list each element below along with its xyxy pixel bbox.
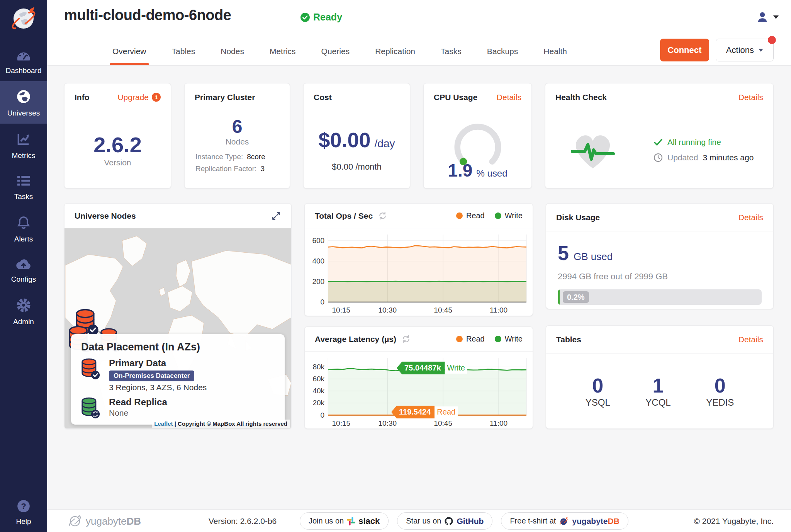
- tab-health[interactable]: Health: [543, 43, 568, 65]
- leaflet-link[interactable]: Leaflet: [154, 420, 173, 427]
- cost-per-month: $0.00 /month: [332, 162, 381, 172]
- sidebar-item-label: Alerts: [0, 235, 47, 243]
- data-placement-panel: Data Placement (In AZs) Primary Data On-…: [71, 334, 285, 425]
- help-icon: ?: [16, 508, 31, 515]
- github-prefix: Star us on: [406, 517, 441, 525]
- attribution-text: | Copyright © MapBox All rights reserved: [175, 420, 287, 427]
- cost-card: Cost $0.00 /day $0.00 /month: [303, 83, 410, 189]
- tab-overview[interactable]: Overview: [112, 43, 147, 65]
- row-label: Replication Factor:: [195, 165, 256, 173]
- check-icon: [654, 138, 663, 146]
- row-value: 8core: [247, 153, 265, 161]
- svg-text:600: 600: [312, 236, 324, 245]
- tshirt-button[interactable]: Free t-shirt at yugabyteDB: [501, 512, 628, 530]
- tab-replication[interactable]: Replication: [374, 43, 416, 65]
- tab-bar: Overview Tables Nodes Metrics Queries Re…: [112, 43, 568, 65]
- tab-backups[interactable]: Backups: [486, 43, 519, 65]
- health-status-text: All running fine: [667, 138, 721, 147]
- footer-version: Version: 2.6.2.0-b6: [209, 517, 277, 526]
- tab-queries[interactable]: Queries: [321, 43, 351, 65]
- tshirt-brand: yugabyte: [572, 517, 608, 525]
- world-map[interactable]: Data Placement (In AZs) Primary Data On-…: [65, 228, 291, 428]
- heartbeat-icon: [569, 128, 616, 172]
- svg-text:200: 200: [312, 277, 324, 286]
- total-ops-card: Total Ops / Sec Read Write 020040060010:…: [304, 203, 533, 316]
- read-legend-dot: [456, 336, 463, 342]
- svg-text:60k: 60k: [312, 375, 324, 383]
- read-replica-db-icon: [81, 397, 100, 419]
- svg-text:80k: 80k: [312, 363, 324, 371]
- card-title: Tables: [556, 335, 581, 344]
- sidebar-item-help[interactable]: ? Help: [0, 499, 47, 526]
- updated-label: Updated: [667, 153, 698, 162]
- card-title: Disk Usage: [556, 213, 600, 222]
- chart-legend: Read Write: [456, 211, 523, 220]
- sidebar-item-alerts[interactable]: Alerts: [0, 207, 47, 250]
- sidebar-item-universes[interactable]: Universes: [0, 81, 47, 124]
- actions-button[interactable]: Actions: [716, 39, 774, 61]
- sidebar-item-label: Metrics: [0, 151, 47, 160]
- sidebar-item-dashboard[interactable]: Dashboard: [0, 41, 47, 81]
- replication-factor-row: Replication Factor: 3: [195, 165, 290, 173]
- yugabyte-logo-icon[interactable]: [7, 3, 40, 36]
- map-attribution: Leaflet | Copyright © MapBox All rights …: [152, 420, 290, 428]
- latency-read-annotation: 119.5424 Read: [391, 406, 458, 418]
- write-legend-label: Write: [505, 335, 523, 343]
- tab-metrics[interactable]: Metrics: [269, 43, 297, 65]
- instance-type-row: Instance Type: 8core: [195, 153, 290, 161]
- sidebar-item-label: Configs: [0, 275, 47, 284]
- disk-free-text: 2994 GB free out of 2999 GB: [558, 272, 762, 282]
- disk-details-link[interactable]: Details: [738, 213, 763, 222]
- sidebar-item-metrics[interactable]: Metrics: [0, 124, 47, 166]
- primary-data-title: Primary Data: [109, 358, 207, 369]
- cpu-value: 1.9: [448, 160, 472, 181]
- ycql-count: 1: [645, 374, 670, 397]
- tab-tasks[interactable]: Tasks: [440, 43, 462, 65]
- topbar-buttons: Connect Actions: [660, 39, 774, 61]
- cost-per-day: $0.00: [318, 128, 370, 152]
- tab-tables[interactable]: Tables: [171, 43, 196, 65]
- sidebar-item-tasks[interactable]: Tasks: [0, 166, 47, 207]
- svg-text:10:45: 10:45: [434, 419, 452, 427]
- card-title: Average Latency (µs): [315, 335, 396, 344]
- svg-text:20k: 20k: [312, 399, 324, 407]
- footer-copyright: © 2021 Yugabyte, Inc.: [694, 517, 774, 526]
- sidebar-item-admin[interactable]: Admin: [0, 290, 47, 332]
- svg-text:11:00: 11:00: [490, 419, 508, 427]
- refresh-icon[interactable]: [402, 335, 411, 343]
- write-annotation-label: Write: [445, 362, 467, 374]
- svg-text:0: 0: [321, 411, 325, 419]
- user-menu[interactable]: [676, 0, 791, 34]
- card-title: Info: [75, 93, 89, 102]
- health-details-link[interactable]: Details: [738, 93, 763, 102]
- slack-button[interactable]: Join us on slack: [300, 512, 389, 530]
- disk-used-unit: GB used: [574, 251, 613, 263]
- avg-latency-card: Average Latency (µs) Read Write 020k40k6…: [304, 326, 533, 429]
- tables-details-link[interactable]: Details: [738, 335, 763, 344]
- primary-cluster-card: Primary Cluster 6 Nodes Instance Type: 8…: [184, 83, 290, 189]
- brand-suffix: DB: [127, 515, 141, 527]
- yedis-label: YEDIS: [706, 397, 734, 408]
- connect-button[interactable]: Connect: [660, 39, 709, 61]
- bell-icon: [16, 215, 31, 232]
- disk-progress-bar: 0.2%: [558, 289, 762, 305]
- ycql-stat: 1 YCQL: [645, 374, 670, 408]
- cpu-details-link[interactable]: Details: [497, 93, 521, 102]
- github-button[interactable]: Star us on GitHub: [397, 512, 492, 530]
- upgrade-link[interactable]: Upgrade 1: [117, 93, 161, 102]
- tab-nodes[interactable]: Nodes: [220, 43, 245, 65]
- disk-usage-card: Disk Usage Details 5 GB used 2994 GB fre…: [546, 203, 774, 309]
- version-label: Version: [104, 158, 131, 167]
- card-title: Universe Nodes: [75, 211, 136, 221]
- cloud-upload-icon: [15, 257, 32, 272]
- cost-unit: /day: [375, 138, 395, 150]
- charts-column: Total Ops / Sec Read Write 020040060010:…: [304, 203, 533, 429]
- refresh-icon[interactable]: [378, 211, 387, 220]
- svg-text:10:15: 10:15: [332, 419, 350, 427]
- sidebar-item-configs[interactable]: Configs: [0, 250, 47, 290]
- info-card: Info Upgrade 1 2.6.2 Version: [64, 83, 171, 189]
- card-title: CPU Usage: [434, 93, 477, 102]
- expand-icon[interactable]: [271, 211, 281, 221]
- cpu-unit: % used: [476, 168, 507, 179]
- sidebar-item-label: Universes: [0, 109, 47, 117]
